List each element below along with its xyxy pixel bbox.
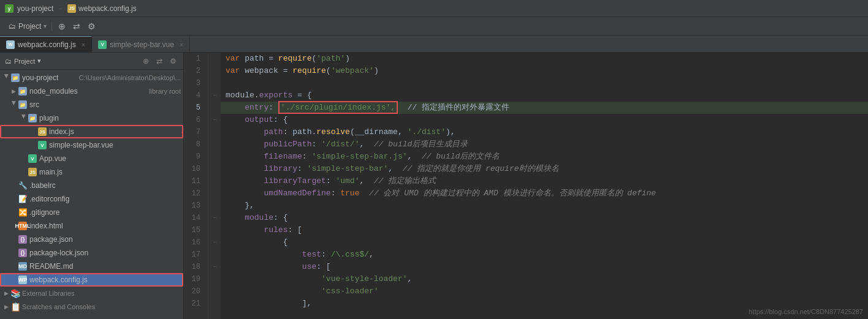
project-chevron: ▾ xyxy=(44,23,47,29)
line-num-13: 13 xyxy=(184,200,204,212)
tab-vue-close[interactable]: × xyxy=(180,41,183,48)
code-line-14: module: { xyxy=(221,212,868,224)
gutter-20 xyxy=(208,285,221,298)
settings-button[interactable]: ⚙ xyxy=(85,20,97,32)
simple-step-bar-icon: V xyxy=(38,141,47,149)
line-numbers: 1 2 3 4 5 6 7 8 9 10 11 12 13 14 15 16 1… xyxy=(184,53,208,319)
you-project-name: you-project xyxy=(22,73,75,82)
line-num-14: 14 xyxy=(184,212,204,224)
editorconfig-icon: 📝 xyxy=(18,195,27,203)
scratches-icon: 📋 xyxy=(11,302,20,311)
expand-plugin: ▶ xyxy=(20,114,27,122)
src-folder-icon: 📁 xyxy=(18,100,27,109)
title-file: JS webpack.config.js xyxy=(67,4,137,13)
gutter-7 xyxy=(208,126,221,138)
gutter-21 xyxy=(208,298,221,310)
watermark: https://blog.csdn.net/C8DN877425287 xyxy=(748,308,863,315)
gutter-11 xyxy=(208,175,221,187)
sync-button[interactable]: ⇄ xyxy=(70,20,83,32)
gutter-14: − xyxy=(208,212,221,224)
expand-node-modules: ▶ xyxy=(10,88,17,95)
sidebar-settings-btn[interactable]: ⚙ xyxy=(167,56,178,67)
gutter-2 xyxy=(208,65,221,77)
red-arrow-indicator: ◀ xyxy=(181,127,183,137)
sidebar-item-src[interactable]: ▶ 📁 src xyxy=(0,98,183,111)
tab-simple-step-bar[interactable]: V simple-step-bar.vue × xyxy=(92,36,190,52)
sidebar-item-node-modules[interactable]: ▶ 📁 node_modules library root xyxy=(0,84,183,98)
sidebar-header: 🗂 Project ▾ ⊕ ⇄ ⚙ xyxy=(0,53,183,70)
toolbar-project-section: 🗂 Project ▾ xyxy=(4,22,52,31)
line-num-9: 9 xyxy=(184,151,204,163)
tab-webpack-close[interactable]: × xyxy=(82,41,85,48)
readme-name: README.md xyxy=(29,262,181,271)
you-project-path: C:\Users\Administrator\Desktop\... xyxy=(79,74,181,81)
code-editor: 1 2 3 4 5 6 7 8 9 10 11 12 13 14 15 16 1… xyxy=(184,53,868,319)
add-button[interactable]: ⊕ xyxy=(56,20,68,32)
sidebar-item-webpack-config[interactable]: WP webpack.config.js xyxy=(0,273,183,287)
code-line-17: test: /\.css$/, xyxy=(221,249,868,261)
main-area: 🗂 Project ▾ ⊕ ⇄ ⚙ ▶ 📁 you-project C:\Use… xyxy=(0,53,868,319)
sidebar-item-main-js[interactable]: JS main.js xyxy=(0,165,183,179)
simple-step-bar-name: simple-step-bar.vue xyxy=(49,141,181,149)
expand-external-libs: ▶ xyxy=(2,290,10,297)
line-num-21: 21 xyxy=(184,298,204,310)
code-line-2: var webpack = require('webpack') xyxy=(221,65,868,77)
tab-webpack-config[interactable]: W webpack.config.js × xyxy=(0,36,92,52)
code-lines: var path = require('path') var webpack =… xyxy=(221,53,868,319)
sidebar-sync-btn[interactable]: ⇄ xyxy=(154,56,165,67)
sidebar: 🗂 Project ▾ ⊕ ⇄ ⚙ ▶ 📁 you-project C:\Use… xyxy=(0,53,184,319)
sidebar-item-index-js[interactable]: JS index.js ◀ xyxy=(0,125,183,138)
node-modules-name: node_modules xyxy=(29,87,145,96)
node-modules-desc: library root xyxy=(149,88,181,95)
code-line-1: var path = require('path') xyxy=(221,53,868,65)
sidebar-item-package-lock-json[interactable]: {} package-lock.json xyxy=(0,246,183,260)
gutter-6: − xyxy=(208,114,221,126)
line-num-3: 3 xyxy=(184,77,204,89)
sidebar-item-simple-step-bar[interactable]: V simple-step-bar.vue xyxy=(0,138,183,152)
code-line-10: library: 'simple-step-bar', // 指定的就是你使用 … xyxy=(221,163,868,175)
gutter-18: − xyxy=(208,261,221,273)
sidebar-item-index-html[interactable]: HTML index.html xyxy=(0,219,183,233)
line-num-12: 12 xyxy=(184,187,204,200)
sidebar-item-readme[interactable]: MD README.md xyxy=(0,260,183,273)
sidebar-item-plugin[interactable]: ▶ 📁 plugin xyxy=(0,111,183,125)
sidebar-add-btn[interactable]: ⊕ xyxy=(140,56,151,67)
code-line-9: filename: 'simple-step-bar.js', // build… xyxy=(221,151,868,163)
plugin-name: plugin xyxy=(39,114,181,122)
project-label: 🗂 xyxy=(9,22,16,31)
sidebar-item-babelrc[interactable]: 🔧 .babelrc xyxy=(0,179,183,192)
code-content-area[interactable]: 1 2 3 4 5 6 7 8 9 10 11 12 13 14 15 16 1… xyxy=(184,53,868,319)
index-js-name: index.js xyxy=(49,127,181,136)
project-folder-icon: 📁 xyxy=(11,73,20,82)
sidebar-item-external-libraries[interactable]: ▶ 📚 External Libraries xyxy=(0,287,183,300)
sidebar-item-gitignore[interactable]: 🔀 .gitignore xyxy=(0,206,183,219)
package-lock-json-name: package-lock.json xyxy=(29,249,181,257)
sidebar-item-scratches-consoles[interactable]: ▶ 📋 Scratches and Consoles xyxy=(0,300,183,313)
gutter-12 xyxy=(208,187,221,200)
gutter-8 xyxy=(208,138,221,151)
code-line-19: 'vue-style-loader', xyxy=(221,273,868,285)
sidebar-item-you-project[interactable]: ▶ 📁 you-project C:\Users\Administrator\D… xyxy=(0,71,183,84)
gutter-5 xyxy=(208,102,221,114)
tab-vue-label: simple-step-bar.vue xyxy=(110,40,174,49)
line-num-18: 18 xyxy=(184,261,204,273)
code-line-12: umdNamedDefine: true // 会对 UMD 的构建过程中的 A… xyxy=(221,187,868,200)
project-sidebar-label: Project xyxy=(14,58,35,65)
title-bar: y you-project – JS webpack.config.js xyxy=(0,0,868,17)
project-dropdown[interactable]: 🗂 Project ▾ xyxy=(9,22,47,31)
babelrc-name: .babelrc xyxy=(29,181,181,190)
index-html-icon: HTML xyxy=(18,222,27,230)
gutter-10 xyxy=(208,163,221,175)
gitignore-name: .gitignore xyxy=(29,208,181,217)
sidebar-item-editorconfig[interactable]: 📝 .editorconfig xyxy=(0,192,183,206)
file-name: webpack.config.js xyxy=(78,4,137,13)
line-num-20: 20 xyxy=(184,285,204,298)
gutter-3 xyxy=(208,77,221,89)
webpack-config-name: webpack.config.js xyxy=(29,276,181,284)
webpack-config-icon: WP xyxy=(18,276,27,284)
sidebar-item-package-json[interactable]: {} package.json xyxy=(0,233,183,246)
external-libs-icon: 📚 xyxy=(11,289,20,298)
sidebar-item-app-vue[interactable]: V App.vue xyxy=(0,152,183,165)
package-lock-json-icon: {} xyxy=(18,249,27,257)
project-name: you-project xyxy=(17,4,53,13)
